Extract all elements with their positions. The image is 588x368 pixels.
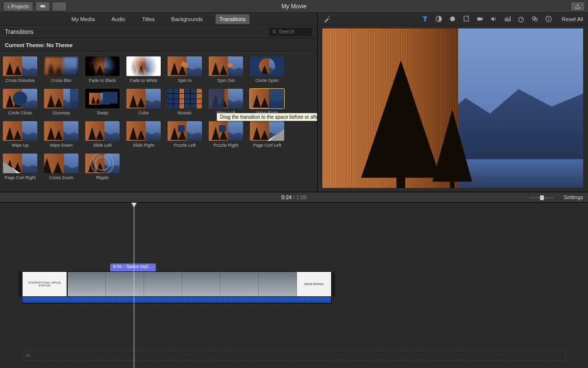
- title-clip[interactable]: INTERNATIONAL SPACE STATION: [22, 271, 67, 297]
- search-input[interactable]: [279, 29, 308, 34]
- transition-label: Cube: [138, 110, 149, 115]
- magic-wand-icon[interactable]: [322, 15, 331, 24]
- transition-page-curl-left[interactable]: Page Curl Left: [250, 121, 284, 148]
- transition-circle-close[interactable]: Circle Close: [3, 89, 37, 115]
- search-field[interactable]: [269, 27, 312, 36]
- tab-titles[interactable]: Titles: [138, 14, 159, 24]
- svg-point-3: [450, 17, 455, 22]
- transition-label: Mosaic: [178, 110, 192, 115]
- transition-spin-out[interactable]: Spin Out: [209, 56, 243, 83]
- transition-slide-left[interactable]: Slide Left: [85, 121, 120, 148]
- transition-spin-in[interactable]: Spin In: [168, 56, 202, 83]
- share-button[interactable]: [570, 1, 585, 11]
- tab-transitions[interactable]: Transitions: [216, 14, 249, 24]
- transition-wipe-up[interactable]: Wipe Up: [3, 121, 37, 148]
- filter-icon[interactable]: [531, 15, 539, 24]
- import-media-button[interactable]: [35, 1, 50, 11]
- transition-label: Slide Right: [133, 143, 154, 148]
- theme-indicator: Current Theme: No Theme: [0, 38, 317, 52]
- transition-puzzle-right[interactable]: Puzzle Right: [209, 121, 243, 148]
- svg-rect-14: [548, 17, 549, 18]
- preview-viewport[interactable]: [322, 28, 583, 188]
- projects-back-button[interactable]: Projects: [3, 1, 33, 11]
- transition-ripple[interactable]: Ripple: [85, 154, 120, 180]
- timeline[interactable]: 8.0s – Space expl… INTERNATIONAL SPACE S…: [0, 203, 588, 368]
- transition-label: Slide Left: [93, 143, 112, 148]
- transition-label: Page Curl Left: [253, 143, 281, 148]
- transition-label: Wipe Down: [50, 143, 73, 148]
- transitions-grid: Cross DissolveCross BlurFade to BlackFad…: [0, 52, 317, 192]
- crop-icon[interactable]: [462, 15, 471, 24]
- timeline-header: 0:24 / 1:06 Settings: [0, 192, 588, 203]
- transition-puzzle-left[interactable]: Puzzle Left: [168, 121, 202, 148]
- text-icon[interactable]: [421, 15, 430, 24]
- transition-wipe-left[interactable]: Wipe Left: [209, 89, 243, 115]
- preview-panel: Reset All: [318, 13, 588, 192]
- transition-wipe-down[interactable]: Wipe Down: [44, 121, 78, 148]
- svg-rect-8: [510, 17, 511, 22]
- transition-label: Puzzle Left: [174, 143, 196, 148]
- transition-label: Page Curl Right: [4, 175, 36, 180]
- timecode: 0:24 / 1:06: [281, 194, 307, 200]
- tab-audio[interactable]: Audio: [108, 14, 129, 24]
- transition-label: Circle Close: [8, 110, 32, 115]
- transition-label: Fade to Black: [89, 78, 116, 83]
- timecode-total: 1:06: [296, 194, 307, 200]
- tab-backgrounds[interactable]: Backgrounds: [168, 14, 207, 24]
- project-title: My Movie: [281, 3, 306, 10]
- music-drop-track[interactable]: [22, 350, 566, 361]
- transition-label: Cross Zoom: [49, 175, 73, 180]
- info-icon[interactable]: [544, 15, 553, 24]
- clip-trim-handle-left[interactable]: [19, 271, 22, 297]
- transition-doorway[interactable]: Doorway: [44, 89, 78, 115]
- transition-label: Wipe Up: [12, 143, 29, 148]
- svg-rect-6: [507, 17, 508, 22]
- transition-swap[interactable]: Swap: [85, 89, 120, 115]
- browser-heading: Transitions: [5, 28, 269, 35]
- color-balance-icon[interactable]: [435, 15, 443, 24]
- video-track[interactable]: INTERNATIONAL SPACE STATION SPACE STATIO…: [22, 271, 332, 301]
- zoom-slider[interactable]: [529, 195, 554, 201]
- audio-waveform[interactable]: [22, 297, 332, 304]
- transition-cube[interactable]: Cube: [126, 89, 161, 115]
- transition-mosaic[interactable]: Mosaic: [168, 89, 202, 115]
- transition-fade-to-black[interactable]: Fade to Black: [85, 56, 120, 83]
- playhead[interactable]: [134, 203, 134, 368]
- svg-rect-5: [505, 18, 506, 21]
- tab-my-media[interactable]: My Media: [68, 14, 99, 24]
- media-browser: My Media Audio Titles Backgrounds Transi…: [0, 13, 318, 192]
- transition-label: Spin In: [178, 78, 192, 83]
- transition-circle-open[interactable]: Circle Open: [250, 56, 284, 83]
- transition-cross-blur[interactable]: Cross Blur: [44, 56, 78, 83]
- volume-icon[interactable]: [490, 15, 498, 24]
- camera-icon[interactable]: [476, 15, 485, 24]
- download-button[interactable]: [52, 1, 67, 11]
- color-wheel-icon[interactable]: [448, 15, 457, 24]
- clip-info-tag: 8.0s – Space expl…: [110, 263, 156, 271]
- timeline-settings-button[interactable]: Settings: [564, 194, 583, 200]
- equalizer-icon[interactable]: [503, 15, 512, 24]
- svg-rect-7: [508, 19, 509, 22]
- search-icon: [272, 29, 277, 34]
- timecode-current: 0:24: [281, 194, 292, 200]
- drag-hint-tooltip: Drag the transition to the space before …: [217, 113, 317, 121]
- transition-label: Puzzle Right: [214, 143, 239, 148]
- transition-label: Cross Dissolve: [5, 78, 35, 83]
- transition-cross-dissolve[interactable]: Cross Dissolve: [3, 56, 37, 83]
- transition-label: Doorway: [52, 110, 70, 115]
- transition-label: Spin Out: [217, 78, 234, 83]
- transition-page-curl-right[interactable]: Page Curl Right: [3, 154, 37, 180]
- clip-trim-handle-right[interactable]: [332, 271, 335, 297]
- music-note-icon: [25, 352, 31, 358]
- transition-label: Cross Blur: [51, 78, 72, 83]
- transition-fade-to-white[interactable]: Fade to White: [126, 56, 161, 83]
- video-clip[interactable]: SPACE STATION: [67, 271, 332, 297]
- reset-all-button[interactable]: Reset All: [562, 16, 583, 22]
- transition-wipe-right[interactable]: Wipe Right: [250, 89, 284, 115]
- svg-rect-4: [477, 17, 481, 20]
- transition-slide-right[interactable]: Slide Right: [126, 121, 161, 148]
- transition-label: Ripple: [96, 175, 109, 180]
- speed-icon[interactable]: [517, 15, 526, 24]
- transition-cross-zoom[interactable]: Cross Zoom: [44, 154, 78, 180]
- titlebar: Projects My Movie: [0, 0, 588, 13]
